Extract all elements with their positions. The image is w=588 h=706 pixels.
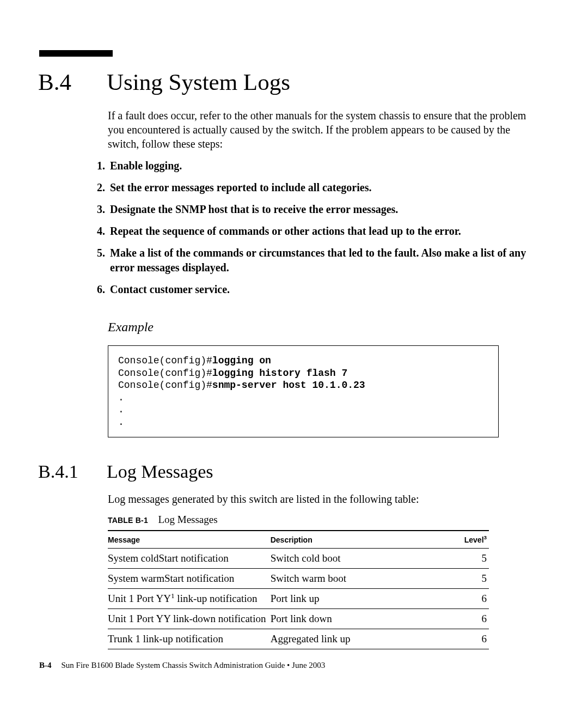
code-command: logging on (212, 355, 271, 366)
heading-b4: B.4 Using System Logs (48, 69, 540, 95)
step-item: Set the error messages reported to inclu… (97, 180, 540, 195)
table-caption-text: Log Messages (158, 514, 217, 525)
cell-message: Trunk 1 link-up notification (108, 629, 271, 649)
code-ellipsis: . (118, 392, 488, 404)
footer-text: Sun Fire B1600 Blade System Chassis Swit… (62, 661, 326, 670)
code-prompt: Console(config)# (118, 355, 212, 366)
subsection-intro: Log messages generated by this switch ar… (108, 492, 540, 506)
table-row: System coldStart notification Switch col… (108, 549, 489, 569)
section-body: If a fault does occur, refer to the othe… (108, 108, 540, 151)
cell-message-sup: 1 (171, 592, 175, 600)
code-line: Console(config)#snmp-server host 10.1.0.… (118, 379, 488, 392)
subsection-body: Log messages generated by this switch ar… (108, 492, 540, 649)
cell-level: 6 (433, 609, 489, 629)
code-ellipsis: . (118, 404, 488, 416)
cell-description: Switch cold boot (271, 549, 433, 569)
col-level-note: 3 (484, 534, 487, 540)
code-ellipsis: . (118, 416, 488, 429)
cell-level: 5 (433, 549, 489, 569)
steps-list: Enable logging. Set the error messages r… (97, 159, 540, 297)
page-number: B-4 (39, 661, 52, 670)
subheading-title: Log Messages (107, 461, 213, 482)
table-caption-label: TABLE B-1 (108, 516, 148, 525)
subheading-number: B.4.1 (38, 461, 107, 482)
step-item: Contact customer service. (97, 282, 540, 297)
heading-number: B.4 (38, 69, 107, 95)
col-level-text: Level (464, 535, 484, 544)
table-row: Trunk 1 link-up notification Aggregated … (108, 629, 489, 649)
cell-description: Port link down (271, 609, 433, 629)
cell-description: Switch warm boot (271, 569, 433, 589)
code-line: Console(config)#logging on (118, 355, 488, 367)
code-prompt: Console(config)# (118, 380, 212, 391)
section-rule (39, 50, 113, 57)
cell-description: Aggregated link up (271, 629, 433, 649)
page-footer: B-4 Sun Fire B1600 Blade System Chassis … (39, 661, 325, 670)
step-item: Enable logging. (97, 159, 540, 173)
step-item: Repeat the sequence of commands or other… (97, 224, 540, 239)
col-description: Description (271, 531, 433, 549)
cell-message-tail: link-up notification (175, 593, 258, 604)
col-level: Level3 (433, 531, 489, 549)
cell-level: 6 (433, 629, 489, 649)
code-example: Console(config)#logging on Console(confi… (108, 345, 499, 437)
cell-level: 6 (433, 589, 489, 609)
heading-title: Using System Logs (107, 69, 290, 95)
page: B.4 Using System Logs If a fault does oc… (0, 0, 588, 706)
log-messages-table: Message Description Level3 System coldSt… (108, 530, 489, 649)
table-row: Unit 1 Port YY1 link-up notification Por… (108, 589, 489, 609)
cell-description: Port link up (271, 589, 433, 609)
cell-message-head: Unit 1 Port YY (108, 593, 171, 604)
example-block: Example Console(config)#logging on Conso… (108, 320, 540, 437)
table-row: Unit 1 Port YY link-down notification Po… (108, 609, 489, 629)
table-header-row: Message Description Level3 (108, 531, 489, 549)
intro-paragraph: If a fault does occur, refer to the othe… (108, 108, 540, 151)
col-message: Message (108, 531, 271, 549)
table-row: System warmStart notification Switch war… (108, 569, 489, 589)
example-heading: Example (108, 320, 540, 334)
code-command: snmp-server host 10.1.0.23 (212, 380, 365, 391)
cell-message: Unit 1 Port YY link-down notification (108, 609, 271, 629)
step-item: Designate the SNMP host that is to recei… (97, 202, 540, 217)
cell-message: Unit 1 Port YY1 link-up notification (108, 589, 271, 609)
cell-message: System warmStart notification (108, 569, 271, 589)
code-command: logging history flash 7 (212, 368, 347, 379)
code-line: Console(config)#logging history flash 7 (118, 367, 488, 380)
heading-b41: B.4.1 Log Messages (48, 461, 540, 482)
cell-level: 5 (433, 569, 489, 589)
cell-message: System coldStart notification (108, 549, 271, 569)
code-prompt: Console(config)# (118, 368, 212, 379)
table-caption: TABLE B-1 Log Messages (108, 514, 540, 526)
step-item: Make a list of the commands or circumsta… (97, 246, 540, 275)
